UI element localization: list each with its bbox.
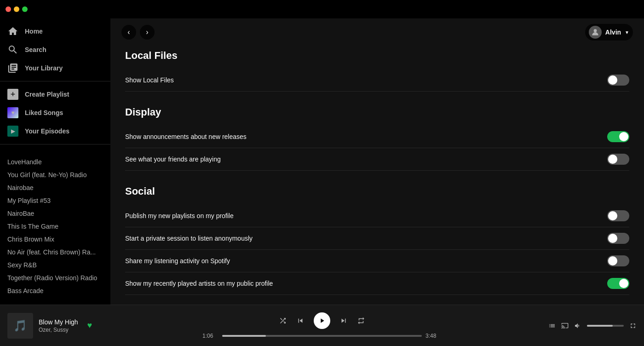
search-icon <box>7 44 18 55</box>
volume-bar[interactable] <box>587 325 624 327</box>
toggle-share-activity[interactable] <box>607 255 629 266</box>
next-button[interactable] <box>339 317 348 325</box>
section-title-social: Social <box>125 182 629 197</box>
create-playlist-label: Create Playlist <box>25 91 69 98</box>
playlist-item[interactable]: NairoBae <box>0 207 110 220</box>
create-playlist-item[interactable]: + Create Playlist <box>0 85 110 104</box>
player-right <box>508 322 637 329</box>
setting-label-share-activity: Share my listening activity on Spotify <box>125 257 230 265</box>
setting-label-show-recent-artists: Show my recently played artists on my pu… <box>125 280 273 287</box>
toggle-show-recent-artists[interactable] <box>607 278 629 289</box>
playlist-item[interactable]: Bass Arcade <box>0 284 110 297</box>
track-info: Blow My High Ozer, Sussy <box>39 318 78 333</box>
toggle-knob-show-recent-artists <box>619 279 628 288</box>
total-time: 3:48 <box>426 333 442 339</box>
nav-arrows: ‹ › <box>121 25 155 40</box>
sidebar-item-home[interactable]: Home <box>0 22 110 40</box>
repeat-button[interactable] <box>357 317 365 325</box>
toggle-show-announcements[interactable] <box>607 131 629 142</box>
app: Home Search Your <box>0 0 644 346</box>
playlist-item[interactable]: No Air (feat. Chris Brown) Ra... <box>0 246 110 259</box>
liked-songs-icon: ♥ <box>7 107 18 118</box>
toggle-knob-publish-playlists <box>608 211 617 220</box>
minimize-button[interactable] <box>14 6 19 12</box>
sidebar-divider-2 <box>0 144 110 144</box>
player-left: 🎵 Blow My High Ozer, Sussy ♥ <box>7 313 136 339</box>
your-episodes-label: Your Episodes <box>25 127 69 135</box>
settings-section-display: DisplayShow announcements about new rele… <box>125 103 629 171</box>
section-title-display: Display <box>125 103 629 118</box>
like-button[interactable]: ♥ <box>87 321 92 330</box>
devices-button[interactable] <box>561 322 569 329</box>
user-name: Alvin <box>605 29 621 36</box>
liked-songs-item[interactable]: ♥ Liked Songs <box>0 104 110 122</box>
your-episodes-item[interactable]: ▶ Your Episodes <box>0 122 110 140</box>
settings-section-social: SocialPublish my new playlists on my pro… <box>125 182 629 295</box>
sidebar-divider-1 <box>0 81 110 81</box>
toggle-knob-show-local-files <box>608 75 617 85</box>
setting-row-share-activity: Share my listening activity on Spotify <box>125 250 629 272</box>
maximize-button[interactable] <box>22 6 28 12</box>
toggle-knob-show-friends <box>608 155 617 164</box>
setting-row-private-session: Start a private session to listen anonym… <box>125 227 629 250</box>
playlist-item[interactable]: You Girl (feat. Ne-Yo) Radio <box>0 168 110 181</box>
home-icon <box>7 26 18 37</box>
settings-section-local-files: Local FilesShow Local Files <box>125 46 629 92</box>
setting-label-show-announcements: Show announcements about new releases <box>125 133 247 140</box>
sidebar-item-library[interactable]: Your Library <box>0 59 110 77</box>
toggle-knob-share-activity <box>608 256 617 265</box>
playlist-item[interactable]: Sexy R&B <box>0 259 110 271</box>
playlist-item[interactable]: Nairobae <box>0 181 110 194</box>
toggle-publish-playlists[interactable] <box>607 210 629 221</box>
sidebar-nav: Home Search Your <box>0 18 110 152</box>
progress-fill <box>222 335 266 337</box>
playlist-item[interactable]: LoveHandle <box>0 156 110 168</box>
your-episodes-icon: ▶ <box>7 126 18 137</box>
play-pause-button[interactable] <box>314 312 330 329</box>
previous-button[interactable] <box>296 317 305 325</box>
current-time: 1:06 <box>202 333 218 339</box>
main-area: Home Search Your <box>0 18 644 305</box>
playlist-item[interactable]: This Is The Game <box>0 220 110 233</box>
setting-row-show-friends: See what your friends are playing <box>125 148 629 171</box>
toggle-show-friends[interactable] <box>607 154 629 165</box>
svg-point-0 <box>594 29 597 32</box>
player-center: 1:06 3:48 <box>136 312 508 339</box>
shuffle-button[interactable] <box>279 317 287 325</box>
progress-bar[interactable] <box>222 335 422 337</box>
user-menu[interactable]: Alvin ▼ <box>585 24 633 40</box>
track-artist: Ozer, Sussy <box>39 327 78 333</box>
playlist-item[interactable]: Chris Brown Mix <box>0 233 110 246</box>
topbar: ‹ › Alvin ▼ <box>110 18 644 46</box>
content-area: ‹ › Alvin ▼ Local FilesShow Local FilesD… <box>110 18 644 305</box>
playlist-item[interactable]: Together (Radio Version) Radio <box>0 271 110 284</box>
fullscreen-button[interactable] <box>629 322 637 329</box>
playlist-item[interactable]: My Playlist #53 <box>0 194 110 207</box>
volume-fill <box>587 325 613 327</box>
setting-label-show-local-files: Show Local Files <box>125 76 174 84</box>
toggle-private-session[interactable] <box>607 233 629 244</box>
settings-content: Local FilesShow Local FilesDisplayShow a… <box>110 46 644 305</box>
toggle-knob-show-announcements <box>619 132 628 141</box>
sidebar: Home Search Your <box>0 18 110 305</box>
setting-row-show-announcements: Show announcements about new releases <box>125 126 629 148</box>
traffic-lights <box>6 6 28 12</box>
album-art-emoji: 🎵 <box>13 319 27 332</box>
player-controls <box>279 312 365 329</box>
setting-row-show-recent-artists: Show my recently played artists on my pu… <box>125 272 629 295</box>
home-label: Home <box>25 28 43 35</box>
volume-button[interactable] <box>574 322 581 329</box>
toggle-show-local-files[interactable] <box>607 75 629 86</box>
library-icon <box>7 63 18 74</box>
setting-label-publish-playlists: Publish my new playlists on my profile <box>125 212 234 219</box>
toggle-knob-private-session <box>608 234 617 243</box>
sidebar-item-search[interactable]: Search <box>0 40 110 59</box>
progress-bar-container: 1:06 3:48 <box>202 333 442 339</box>
forward-button[interactable]: › <box>140 25 155 40</box>
setting-row-publish-playlists: Publish my new playlists on my profile <box>125 205 629 227</box>
setting-label-private-session: Start a private session to listen anonym… <box>125 235 253 242</box>
library-label: Your Library <box>25 64 63 72</box>
queue-button[interactable] <box>548 322 556 329</box>
back-button[interactable]: ‹ <box>121 25 136 40</box>
close-button[interactable] <box>6 6 11 12</box>
